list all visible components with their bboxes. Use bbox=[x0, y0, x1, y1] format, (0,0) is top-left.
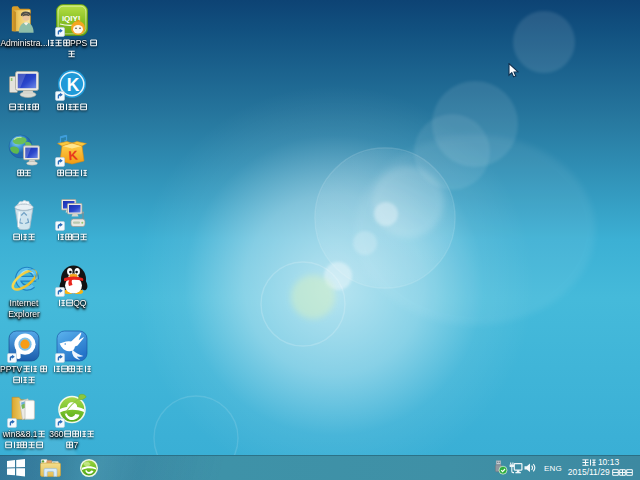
svg-text:K: K bbox=[67, 75, 80, 95]
svg-text:K: K bbox=[68, 148, 79, 164]
